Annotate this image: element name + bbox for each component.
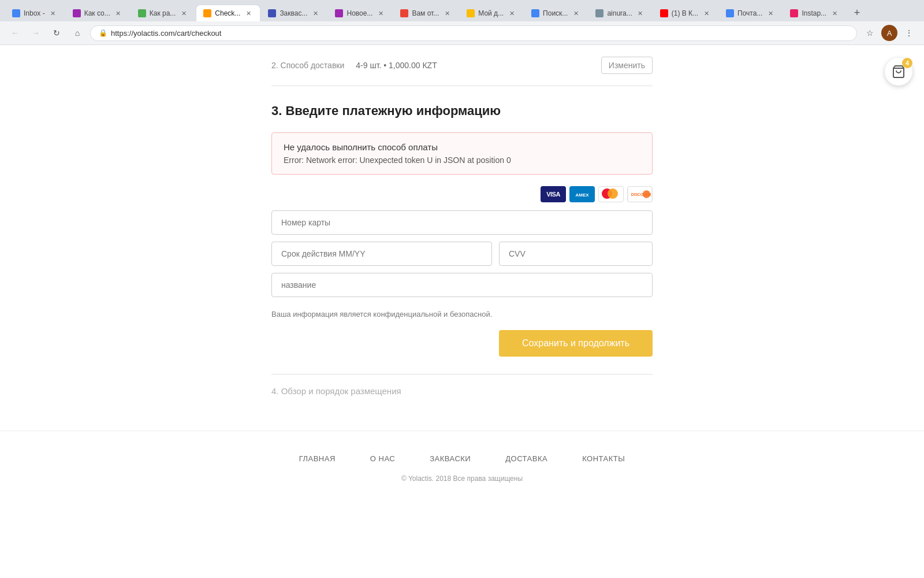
page-content: 2. Способ доставки 4-9 шт. • 1,000.00 КZ… bbox=[0, 45, 924, 542]
payment-section-title: 3. Введите платежную информацию bbox=[271, 103, 653, 118]
footer-link-delivery[interactable]: ДОСТАВКА bbox=[505, 454, 547, 463]
tab-zakva[interactable]: Закваc... ✕ bbox=[260, 5, 327, 21]
tab-label: Новое... bbox=[346, 9, 372, 17]
tab-bar: Inbox - ✕ Как со... ✕ Как ра... ✕ Check.… bbox=[0, 0, 924, 21]
tab-label: Почта... bbox=[737, 9, 762, 17]
tab-moy[interactable]: Мой д... ✕ bbox=[459, 5, 524, 21]
tab-close[interactable]: ✕ bbox=[571, 9, 580, 18]
footer-copyright: © Yolactis. 2018 Все права защищены bbox=[12, 475, 912, 483]
tab-favicon bbox=[726, 9, 734, 17]
new-tab-button[interactable]: + bbox=[849, 5, 865, 21]
tab-insta[interactable]: Instap... ✕ bbox=[783, 5, 847, 21]
bookmark-button[interactable]: ☆ bbox=[862, 25, 878, 41]
tab-vam[interactable]: Вам от... ✕ bbox=[393, 5, 459, 21]
home-button[interactable]: ⌂ bbox=[69, 25, 85, 41]
profile-button[interactable]: A bbox=[881, 25, 897, 41]
save-continue-button[interactable]: Сохранить и продолжить bbox=[499, 330, 653, 357]
mc-circle-right bbox=[608, 188, 618, 199]
back-button[interactable]: ← bbox=[7, 25, 23, 41]
tab-favicon bbox=[12, 9, 20, 17]
tab-close[interactable]: ✕ bbox=[766, 9, 775, 18]
footer-nav: ГЛАВНАЯ О НАС ЗАКВАСКИ ДОСТАВКА КОНТАКТЫ bbox=[12, 454, 912, 463]
security-note: Ваша информация является конфиденциально… bbox=[271, 310, 653, 318]
tab-close[interactable]: ✕ bbox=[442, 9, 452, 18]
browser-actions: ☆ A ⋮ bbox=[862, 25, 917, 41]
tab-close[interactable]: ✕ bbox=[507, 9, 516, 18]
card-number-input[interactable] bbox=[271, 210, 653, 235]
menu-button[interactable]: ⋮ bbox=[901, 25, 917, 41]
cart-badge[interactable]: 4 bbox=[885, 58, 912, 86]
amex-logo: AMEX bbox=[569, 186, 595, 202]
tab-favicon bbox=[400, 9, 408, 17]
footer: ГЛАВНАЯ О НАС ЗАКВАСКИ ДОСТАВКА КОНТАКТЫ… bbox=[0, 431, 924, 494]
tab-favicon bbox=[335, 9, 343, 17]
tab-close[interactable]: ✕ bbox=[830, 9, 839, 18]
delivery-section: 2. Способ доставки 4-9 шт. • 1,000.00 КZ… bbox=[271, 45, 653, 86]
tab-label: Вам от... bbox=[412, 9, 439, 17]
cart-count: 4 bbox=[902, 58, 912, 68]
tab-label: Как ра... bbox=[150, 9, 176, 17]
tab-label: Поиск... bbox=[543, 9, 568, 17]
mastercard-circles bbox=[602, 188, 620, 200]
visa-logo: VISA bbox=[541, 186, 566, 202]
cardholder-name-input[interactable] bbox=[271, 273, 653, 297]
footer-link-about[interactable]: О НАС bbox=[370, 454, 395, 463]
tab-kak-ra[interactable]: Как ра... ✕ bbox=[131, 5, 196, 21]
error-detail: Error: Network error: Unexpected token U… bbox=[284, 155, 640, 165]
delivery-step-label: 2. Способ доставки bbox=[271, 61, 344, 70]
tab-favicon bbox=[531, 9, 539, 17]
error-title: Не удалось выполнить способ оплаты bbox=[284, 142, 640, 152]
tab-label: Inbox - bbox=[24, 9, 45, 17]
error-box: Не удалось выполнить способ оплаты Error… bbox=[271, 132, 653, 175]
tab-close[interactable]: ✕ bbox=[49, 9, 58, 18]
tab-inbox[interactable]: Inbox - ✕ bbox=[5, 5, 65, 21]
tab-label: ainura... bbox=[607, 9, 632, 17]
tab-label: Мой д... bbox=[478, 9, 504, 17]
tab-close[interactable]: ✕ bbox=[702, 9, 711, 18]
payment-section: 3. Введите платежную информацию Не удало… bbox=[271, 86, 653, 374]
forward-button[interactable]: → bbox=[28, 25, 44, 41]
reload-button[interactable]: ↻ bbox=[49, 25, 65, 41]
tab-novoe[interactable]: Новое... ✕ bbox=[327, 5, 393, 21]
tab-favicon bbox=[138, 9, 146, 17]
tab-favicon bbox=[268, 9, 276, 17]
tab-label: (1) В К... bbox=[672, 9, 698, 17]
tab-favicon bbox=[467, 9, 475, 17]
tab-kak-co[interactable]: Как со... ✕ bbox=[65, 5, 131, 21]
footer-link-home[interactable]: ГЛАВНАЯ bbox=[299, 454, 336, 463]
tab-ainura[interactable]: ainura... ✕ bbox=[588, 5, 652, 21]
tab-favicon bbox=[595, 9, 603, 17]
delivery-left: 2. Способ доставки 4-9 шт. • 1,000.00 КZ… bbox=[271, 61, 437, 70]
tab-label: Как со... bbox=[84, 9, 110, 17]
tab-favicon bbox=[73, 9, 81, 17]
tab-close[interactable]: ✕ bbox=[311, 9, 320, 18]
footer-link-contacts[interactable]: КОНТАКТЫ bbox=[582, 454, 625, 463]
tab-pochta[interactable]: Почта... ✕ bbox=[718, 5, 783, 21]
footer-link-starters[interactable]: ЗАКВАСКИ bbox=[430, 454, 471, 463]
expiry-cvv-row bbox=[271, 242, 653, 266]
mastercard-logo bbox=[598, 186, 624, 202]
tab-youtube[interactable]: (1) В К... ✕ bbox=[653, 5, 718, 21]
tab-label: Закваc... bbox=[280, 9, 307, 17]
url-text: https://yolactis.com/cart/checkout bbox=[111, 29, 848, 38]
tab-favicon bbox=[203, 9, 211, 17]
svg-text:AMEX: AMEX bbox=[575, 192, 589, 198]
change-delivery-button[interactable]: Изменить bbox=[601, 57, 653, 74]
lock-icon: 🔒 bbox=[99, 29, 107, 37]
expiry-input[interactable] bbox=[271, 242, 492, 266]
address-bar: ← → ↻ ⌂ 🔒 https://yolactis.com/cart/chec… bbox=[0, 21, 924, 45]
tab-close[interactable]: ✕ bbox=[636, 9, 645, 18]
cvv-input[interactable] bbox=[499, 242, 653, 266]
tab-label: Instap... bbox=[802, 9, 826, 17]
tab-close[interactable]: ✕ bbox=[179, 9, 188, 18]
tab-close[interactable]: ✕ bbox=[114, 9, 123, 18]
tab-close[interactable]: ✕ bbox=[376, 9, 385, 18]
checkout-wrapper: 2. Способ доставки 4-9 шт. • 1,000.00 КZ… bbox=[260, 45, 664, 407]
tab-poisk[interactable]: Поиск... ✕ bbox=[524, 5, 588, 21]
tab-checkout[interactable]: Check... ✕ bbox=[196, 5, 260, 21]
svg-point-4 bbox=[643, 190, 650, 198]
url-bar[interactable]: 🔒 https://yolactis.com/cart/checkout bbox=[90, 25, 857, 41]
tab-close[interactable]: ✕ bbox=[244, 9, 253, 18]
browser-chrome: Inbox - ✕ Как со... ✕ Как ра... ✕ Check.… bbox=[0, 0, 924, 45]
step-4-label: 4. Обзор и порядок размещения bbox=[271, 374, 653, 407]
